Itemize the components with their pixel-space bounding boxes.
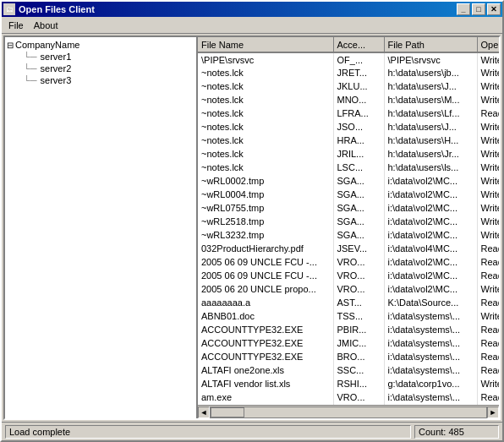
table-row[interactable]: ~notes.lckJRET...h:\data\users\jb...Writ…: [198, 66, 499, 79]
table-row[interactable]: ~wRL0002.tmpSGA...i:\data\vol2\MC...Writ…: [198, 174, 499, 188]
cell-filepath: i:\data\systems\...: [384, 390, 477, 404]
cell-openmode: Read: [477, 323, 499, 336]
table-row[interactable]: ~notes.lckJSO...h:\data\users\J...Write …: [198, 120, 499, 134]
table-row[interactable]: ~notes.lckJRIL...h:\data\users\Jr...Writ…: [198, 147, 499, 161]
menu-about[interactable]: About: [29, 19, 63, 32]
cell-filename: ACCOUNTTYPE32.EXE: [198, 350, 333, 363]
tree-panel[interactable]: ⊟ CompanyName └─ server1 └─ server2 └─ s…: [5, 37, 198, 418]
cell-filename: ~notes.lck: [198, 161, 333, 174]
cell-filename: 2005 06 09 UNCLE FCU -...: [198, 269, 333, 282]
cell-openmode: Write +...: [477, 66, 499, 79]
cell-filename: am.exe: [198, 390, 333, 404]
cell-filename: ~wRL0755.tmp: [198, 201, 333, 215]
cell-filepath: h:\data\users\Jr...: [384, 147, 477, 161]
table-row[interactable]: ~notes.lckLSC...h:\data\users\ls...Write…: [198, 161, 499, 174]
cell-filepath: h:\data\users\jb...: [384, 66, 477, 79]
minimize-button[interactable]: _: [457, 3, 470, 15]
menu-file[interactable]: File: [3, 19, 29, 32]
cell-openmode: Read: [477, 255, 499, 269]
cell-filename: ~notes.lck: [198, 134, 333, 147]
scroll-left-button[interactable]: ◄: [198, 407, 210, 418]
table-scroll-area[interactable]: File Name Acce... File Path Open M... \P…: [198, 37, 499, 405]
cell-filename: ~notes.lck: [198, 106, 333, 120]
cell-access: LSC...: [333, 161, 384, 174]
cell-filename: 2005 06 20 UNCLE propo...: [198, 282, 333, 296]
file-table: File Name Acce... File Path Open M... \P…: [198, 37, 499, 405]
cell-filepath: i:\data\systems\...: [384, 323, 477, 336]
table-row[interactable]: ~wRL0004.tmpSGA...i:\data\vol2\MC...Writ…: [198, 188, 499, 201]
table-row[interactable]: ~notes.lckJKLU...h:\data\users\J...Write…: [198, 79, 499, 93]
cell-filepath: g:\data\corp1vo...: [384, 377, 477, 390]
table-row[interactable]: ALTAFI one2one.xlsSSC...i:\data\systems\…: [198, 363, 499, 377]
cell-openmode: Write +...: [477, 228, 499, 242]
table-row[interactable]: aaaaaaaa.aAST...K:\Data\Source...Read: [198, 296, 499, 309]
cell-access: JRET...: [333, 66, 384, 79]
table-row[interactable]: 2005 06 09 UNCLE FCU -...VRO...i:\data\v…: [198, 255, 499, 269]
table-row[interactable]: am.exeVRO...i:\data\systems\...Read: [198, 390, 499, 404]
tree-item-server1[interactable]: └─ server1: [7, 51, 194, 63]
col-header-filename[interactable]: File Name: [198, 37, 333, 52]
table-row[interactable]: \PIPE\srvsvcOF_...\PIPE\srvsvcWrite +...: [198, 52, 499, 66]
col-header-openmode[interactable]: Open M...: [477, 37, 499, 52]
cell-access: PBIR...: [333, 323, 384, 336]
status-count: Count: 485: [414, 425, 499, 439]
table-row[interactable]: ALTAFI vendor list.xlsRSHI...g:\data\cor…: [198, 377, 499, 390]
tree-root-label: CompanyName: [15, 40, 79, 50]
cell-openmode: Read: [477, 296, 499, 309]
table-row[interactable]: ~notes.lckMNO...h:\data\users\M...Write …: [198, 93, 499, 106]
cell-filepath: i:\data\systems\...: [384, 309, 477, 323]
cell-filename: ALTAFI one2one.xls: [198, 363, 333, 377]
cell-openmode: Write +...: [477, 188, 499, 201]
tree-item-server3[interactable]: └─ server3: [7, 74, 194, 86]
table-row[interactable]: ~notes.lckLFRA...h:\data\users\Lf...Read: [198, 106, 499, 120]
tree-child-label: server1: [41, 52, 72, 62]
cell-access: SSC...: [333, 363, 384, 377]
cell-access: RSHI...: [333, 377, 384, 390]
col-header-access[interactable]: Acce...: [333, 37, 384, 52]
status-load: Load complete: [5, 425, 411, 439]
table-row[interactable]: ~wRL0755.tmpSGA...i:\data\vol2\MC...Writ…: [198, 201, 499, 215]
table-row[interactable]: 2005 06 20 UNCLE propo...VRO...i:\data\v…: [198, 282, 499, 296]
main-window: 🗂 Open Files Client _ □ ✕ File About ⊟ C…: [0, 0, 504, 442]
tree-item-server2[interactable]: └─ server2: [7, 63, 194, 74]
table-row[interactable]: ABNB01.docTSS...i:\data\systems\...Write…: [198, 309, 499, 323]
col-header-filepath[interactable]: File Path: [384, 37, 477, 52]
tree-line-icon: └─: [24, 75, 37, 85]
cell-access: SGA...: [333, 188, 384, 201]
tree-root[interactable]: ⊟ CompanyName: [7, 39, 194, 51]
cell-openmode: Write +...: [477, 147, 499, 161]
cell-access: BRO...: [333, 350, 384, 363]
cell-filepath: K:\Data\Source...: [384, 296, 477, 309]
table-row[interactable]: ~notes.lckHRA...h:\data\users\H...Write …: [198, 134, 499, 147]
horizontal-scrollbar[interactable]: ◄ ►: [198, 405, 499, 418]
table-header-row: File Name Acce... File Path Open M...: [198, 37, 499, 52]
close-button[interactable]: ✕: [487, 3, 501, 15]
table-row[interactable]: ACCOUNTTYPE32.EXEBRO...i:\data\systems\.…: [198, 350, 499, 363]
table-row[interactable]: ~wRL3232.tmpSGA...i:\data\vol2\MC...Writ…: [198, 228, 499, 242]
table-row[interactable]: ACCOUNTTYPE32.EXEPBIR...i:\data\systems\…: [198, 323, 499, 336]
cell-access: SGA...: [333, 215, 384, 228]
scroll-right-button[interactable]: ►: [487, 407, 499, 418]
table-row[interactable]: ~wRL2518.tmpSGA...i:\data\vol2\MC...Writ…: [198, 215, 499, 228]
table-row[interactable]: 032ProductHierarchy.pdfJSEV...i:\data\vo…: [198, 242, 499, 255]
cell-openmode: Write +...: [477, 282, 499, 296]
cell-filepath: i:\data\vol2\MC...: [384, 255, 477, 269]
table-row[interactable]: ACCOUNTTYPE32.EXEJMIC...i:\data\systems\…: [198, 336, 499, 350]
tree-expand-icon: ⊟: [7, 41, 14, 50]
cell-openmode: Write +...: [477, 120, 499, 134]
cell-filepath: i:\data\vol4\MC...: [384, 242, 477, 255]
table-row[interactable]: 2005 06 09 UNCLE FCU -...VRO...i:\data\v…: [198, 269, 499, 282]
cell-openmode: Read: [477, 336, 499, 350]
cell-filepath: h:\data\users\M...: [384, 93, 477, 106]
cell-openmode: Read: [477, 269, 499, 282]
scroll-thumb[interactable]: [211, 407, 244, 417]
cell-filepath: i:\data\systems\...: [384, 350, 477, 363]
cell-filename: 032ProductHierarchy.pdf: [198, 242, 333, 255]
cell-access: HRA...: [333, 134, 384, 147]
cell-filename: ~wRL3232.tmp: [198, 228, 333, 242]
title-bar: 🗂 Open Files Client _ □ ✕: [2, 2, 502, 17]
cell-openmode: Write +...: [477, 134, 499, 147]
tree-line-icon: └─: [24, 63, 37, 74]
scroll-track[interactable]: [210, 407, 487, 418]
maximize-button[interactable]: □: [472, 3, 485, 15]
